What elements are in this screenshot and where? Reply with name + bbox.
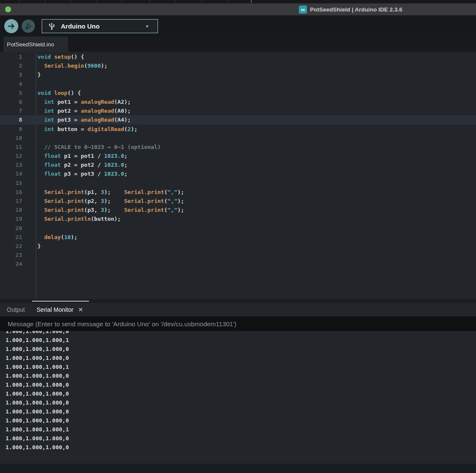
tab-output[interactable]: Output <box>7 306 25 313</box>
line-number: 17 <box>0 197 22 205</box>
line-number: 5 <box>0 88 22 97</box>
code-text: void setup() { <box>22 52 84 61</box>
serial-line: 1.000,1.000,1.000,1 <box>6 425 476 434</box>
code-line[interactable]: 9 int button = digitalRead(2); <box>0 125 476 134</box>
usb-icon <box>48 22 55 30</box>
code-line[interactable]: 13 float p2 = pot2 / 1023.0; <box>0 160 476 169</box>
debug-button[interactable] <box>22 20 35 33</box>
code-lines: 1void setup() {2 Serial.begin(9600);3}45… <box>0 52 476 269</box>
code-text <box>22 251 37 259</box>
code-line[interactable]: 24 <box>0 259 476 268</box>
sketch-tabstrip: PotSeedShield.ino <box>0 37 476 52</box>
tab-sketch[interactable]: PotSeedShield.ino <box>3 37 68 52</box>
window-title: PotSeedShield | Arduino IDE 2.3.6 <box>310 6 402 13</box>
line-number: 8 <box>0 115 22 124</box>
code-line[interactable]: 3} <box>0 70 476 79</box>
line-number: 24 <box>0 259 22 268</box>
line-number: 11 <box>0 142 22 151</box>
serial-line: 1.000,1.000,1.000,0 <box>6 353 476 362</box>
serial-line: 1.000,1.000,1.000,1 <box>6 362 476 371</box>
serial-output[interactable]: 1.000,1.000,1.000,01.000,1.000,1.000,11.… <box>0 331 476 464</box>
code-line[interactable]: 19 Serial.println(button); <box>0 214 476 223</box>
desktop-top-strip <box>0 0 476 3</box>
serial-line: 1.000,1.000,1.000,0 <box>6 389 476 398</box>
code-line[interactable]: 2 Serial.begin(9600); <box>0 61 476 70</box>
code-line[interactable]: 17 Serial.print(p2, 3); Serial.print(","… <box>0 197 476 205</box>
code-text: Serial.println(button); <box>22 214 121 223</box>
strip-accent-divider <box>251 0 252 3</box>
code-text: float p3 = pot3 / 1023.0; <box>22 169 127 178</box>
serial-line: 1.000,1.000,1.000,0 <box>6 380 476 389</box>
serial-line: 1.000,1.000,1.000,0 <box>6 371 476 380</box>
panel-tabbar: Output Serial Monitor ✕ <box>0 303 476 316</box>
line-number: 12 <box>0 151 22 160</box>
code-text: void loop() { <box>22 88 81 97</box>
code-line[interactable]: 21 delay(10); <box>0 233 476 242</box>
strip-divider <box>149 0 150 3</box>
strip-divider <box>227 0 228 3</box>
upload-arrow-icon <box>7 22 15 30</box>
code-line[interactable]: 20 <box>0 224 476 233</box>
strip-divider <box>201 0 202 3</box>
code-line[interactable]: 15 <box>0 179 476 188</box>
line-number: 16 <box>0 188 22 197</box>
serial-message-bar <box>0 316 476 331</box>
line-number: 23 <box>0 251 22 259</box>
code-text <box>22 134 37 142</box>
titlebar: ∞ PotSeedShield | Arduino IDE 2.3.6 <box>0 3 476 15</box>
code-text: Serial.print(p1, 3); Serial.print(","); <box>22 188 184 197</box>
serial-line: 1.000,1.000,1.000,0 <box>6 398 476 407</box>
close-icon[interactable]: ✕ <box>78 306 83 313</box>
code-line[interactable]: 23 <box>0 251 476 259</box>
chevron-down-icon: ▾ <box>146 24 148 28</box>
code-line[interactable]: 18 Serial.print(p3, 3); Serial.print(","… <box>0 205 476 214</box>
board-selector[interactable]: Arduino Uno ▾ <box>42 19 158 33</box>
code-line[interactable]: 10 <box>0 134 476 142</box>
line-number: 15 <box>0 179 22 188</box>
strip-divider <box>121 0 122 3</box>
code-text: float p1 = pot1 / 1023.0; <box>22 151 127 160</box>
code-text: float p2 = pot2 / 1023.0; <box>22 160 127 169</box>
strip-divider <box>45 0 46 3</box>
toolbar: Arduino Uno ▾ <box>0 15 476 37</box>
code-editor[interactable]: 1void setup() {2 Serial.begin(9600);3}45… <box>0 52 476 299</box>
line-number: 13 <box>0 160 22 169</box>
code-line[interactable]: 12 float p1 = pot1 / 1023.0; <box>0 151 476 160</box>
code-line[interactable]: 16 Serial.print(p1, 3); Serial.print(","… <box>0 188 476 197</box>
line-number: 4 <box>0 80 22 88</box>
serial-message-input[interactable] <box>0 316 476 331</box>
line-number: 14 <box>0 169 22 178</box>
code-line[interactable]: 4 <box>0 80 476 88</box>
code-line[interactable]: 8 int pot3 = analogRead(A4); <box>0 115 476 124</box>
code-line[interactable]: 7 int pot2 = analogRead(A0); <box>0 106 476 115</box>
code-text: int pot1 = analogRead(A2); <box>22 97 131 106</box>
code-line[interactable]: 6 int pot1 = analogRead(A2); <box>0 97 476 106</box>
line-number: 20 <box>0 224 22 233</box>
serial-line: 1.000,1.000,1.000,0 <box>6 407 476 416</box>
active-tab-indicator <box>32 301 89 302</box>
code-line[interactable]: 14 float p3 = pot3 / 1023.0; <box>0 169 476 178</box>
code-text: } <box>22 70 41 79</box>
code-text <box>22 224 37 233</box>
code-text: int pot3 = analogRead(A4); <box>22 115 131 124</box>
window-control-icon[interactable] <box>5 6 11 12</box>
code-text: } <box>22 242 41 251</box>
serial-line: 1.000,1.000,1.000,0 <box>6 443 476 452</box>
code-line[interactable]: 1void setup() { <box>0 52 476 61</box>
code-line[interactable]: 5void loop() { <box>0 88 476 97</box>
code-line[interactable]: 11 // SCALE to 0–1023 → 0–1 (optional) <box>0 142 476 151</box>
code-line[interactable]: 22} <box>0 242 476 251</box>
serial-line: 1.000,1.000,1.000,0 <box>6 434 476 443</box>
strip-divider <box>175 0 175 3</box>
upload-button[interactable] <box>4 19 18 33</box>
line-number: 19 <box>0 214 22 223</box>
line-number: 3 <box>0 70 22 79</box>
board-selector-label: Arduino Uno <box>61 23 100 30</box>
arduino-ide-window: ∞ PotSeedShield | Arduino IDE 2.3.6 <box>0 0 476 473</box>
line-number: 2 <box>0 61 22 70</box>
tab-serial-monitor[interactable]: Serial Monitor <box>37 306 73 313</box>
strip-divider <box>19 0 20 3</box>
strip-divider <box>96 0 97 3</box>
arduino-logo-icon: ∞ <box>299 6 307 14</box>
serial-line: 1.000,1.000,1.000,1 <box>6 336 476 345</box>
